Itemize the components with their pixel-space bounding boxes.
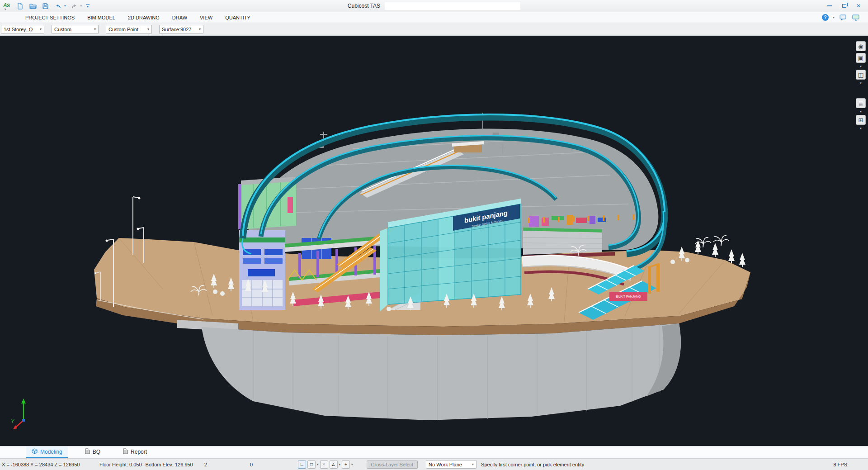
bq-doc-icon (85, 448, 90, 456)
workspace-tabs: Modeling BQ Report (0, 446, 868, 458)
close-button[interactable]: ✕ (852, 1, 865, 11)
statusbar: X = -160388 Y = 28434 Z = 126950 Floor H… (0, 458, 868, 470)
menu-project-settings[interactable]: PROJECT SETTINGS (25, 15, 75, 20)
display-style-icon: ◫ (858, 71, 863, 78)
menu-view[interactable]: VIEW (200, 15, 212, 20)
snap-off-toggle[interactable]: ✕ (320, 461, 328, 469)
view-tools: ◉ ▣ ▾ ◫ ▾ ≣ ▾ ⊞ ▾ (856, 41, 866, 130)
surface-select[interactable]: Surface:9027▾ (159, 25, 203, 34)
ortho-toggle[interactable]: ∟ (298, 461, 306, 469)
menu-quantity[interactable]: QUANTITY (225, 15, 250, 20)
layers-icon: ≣ (859, 100, 863, 107)
report-doc-icon (123, 448, 128, 456)
snap-off-icon: ✕ (322, 462, 326, 467)
entrance-sign-text: BUKIT PANJANG (616, 295, 641, 298)
floor-height: Floor Height: 0.050 (99, 462, 142, 467)
tab-bq[interactable]: BQ (80, 446, 106, 458)
grid-icon: □ (310, 462, 313, 467)
tab-report[interactable]: Report (118, 446, 152, 458)
angle-snap-icon: ∠ (331, 462, 335, 467)
app-window: A S ▾ ▾ ▾ Cubi (0, 0, 868, 470)
modeling-cube-icon (32, 448, 38, 456)
undo-icon[interactable] (54, 2, 62, 10)
command-prompt: Specify first corner point, or pick elem… (481, 462, 584, 467)
orbit-view-button[interactable]: ◉ (856, 41, 866, 51)
tool-options-bar: 1st Storey_Q▾ Custom▾ Custom Point▾ Surf… (0, 23, 868, 36)
undo-dropdown-icon[interactable]: ▾ (64, 4, 66, 8)
menubar: PROJECT SETTINGS BIM MODEL 2D DRAWING DR… (0, 12, 868, 23)
view-cube-dropdown-icon[interactable]: ▾ (860, 65, 862, 68)
point-snap-icon: + (344, 462, 347, 467)
storey-select[interactable]: 1st Storey_Q▾ (1, 25, 44, 34)
cursor-coordinates: X = -160388 Y = 28434 Z = 126950 (2, 462, 92, 467)
axis-gizmo: Y (11, 399, 26, 429)
view-cube-button[interactable]: ▣ (856, 53, 866, 63)
menu-bim-model[interactable]: BIM MODEL (87, 15, 115, 20)
count-a: 2 (204, 462, 207, 467)
new-file-icon[interactable] (16, 2, 24, 10)
window-title: Cubicost TAS (348, 3, 380, 9)
help-icon[interactable]: ? (822, 14, 829, 21)
angle-snap-toggle[interactable]: ∠ (330, 461, 338, 469)
point-snap-dropdown-icon[interactable]: ▾ (351, 463, 353, 466)
open-folder-icon[interactable] (28, 2, 37, 10)
element-table-dropdown-icon[interactable]: ▾ (860, 127, 862, 130)
work-plane-select[interactable]: No Work Plane▾ (426, 460, 476, 469)
svg-text:S: S (7, 3, 10, 8)
titlebar-field[interactable] (385, 2, 520, 10)
redo-icon[interactable] (70, 2, 79, 10)
tab-modeling[interactable]: Modeling (26, 446, 68, 458)
grid-toggle[interactable]: □ (307, 461, 316, 469)
customize-toolbar-icon[interactable]: ▾ (86, 4, 90, 8)
viewport: bukit panjang hawker centre & market (0, 36, 868, 446)
help-dropdown-icon[interactable]: ▾ (833, 15, 835, 19)
feedback-icon[interactable] (839, 13, 847, 22)
app-logo[interactable]: A S (3, 2, 12, 10)
layers-dropdown-icon[interactable]: ▾ (860, 110, 862, 113)
orbit-icon: ◉ (858, 43, 863, 50)
axis-y-label: Y (11, 418, 14, 424)
menu-2d-drawing[interactable]: 2D DRAWING (128, 15, 160, 20)
remote-assist-icon[interactable] (851, 13, 860, 22)
angle-snap-dropdown-icon[interactable]: ▾ (339, 463, 341, 466)
cross-layer-select-button[interactable]: Cross-Layer Select (367, 461, 418, 469)
point-snap-toggle[interactable]: + (342, 461, 350, 469)
save-icon[interactable] (41, 2, 50, 10)
custom-point-select[interactable]: Custom Point▾ (106, 25, 152, 34)
grid-dropdown-icon[interactable]: ▾ (317, 463, 319, 466)
layers-button[interactable]: ≣ (856, 98, 866, 108)
count-b: 0 (250, 462, 253, 467)
custom-select[interactable]: Custom▾ (52, 25, 99, 34)
redo-dropdown-icon[interactable]: ▾ (80, 4, 82, 8)
display-style-button[interactable]: ◫ (856, 70, 866, 80)
fps-counter: 8 FPS (833, 462, 847, 467)
element-table-button[interactable]: ⊞ (856, 115, 866, 125)
element-table-icon: ⊞ (859, 117, 863, 123)
snap-toggles: ∟ □ ▾ ✕ ∠ ▾ + ▾ (298, 461, 353, 469)
ortho-icon: ∟ (300, 462, 304, 467)
minimize-button[interactable] (823, 1, 836, 11)
titlebar: A S ▾ ▾ ▾ Cubi (0, 0, 868, 12)
menu-draw[interactable]: DRAW (172, 15, 187, 20)
model-canvas[interactable]: bukit panjang hawker centre & market (0, 36, 868, 446)
display-style-dropdown-icon[interactable]: ▾ (860, 81, 862, 85)
restore-button[interactable] (837, 1, 851, 11)
entrance-sign: BUKIT PANJANG (609, 292, 647, 301)
view-cube-icon: ▣ (858, 55, 863, 62)
bottom-elevation: Bottom Elev: 126.950 (146, 462, 193, 467)
